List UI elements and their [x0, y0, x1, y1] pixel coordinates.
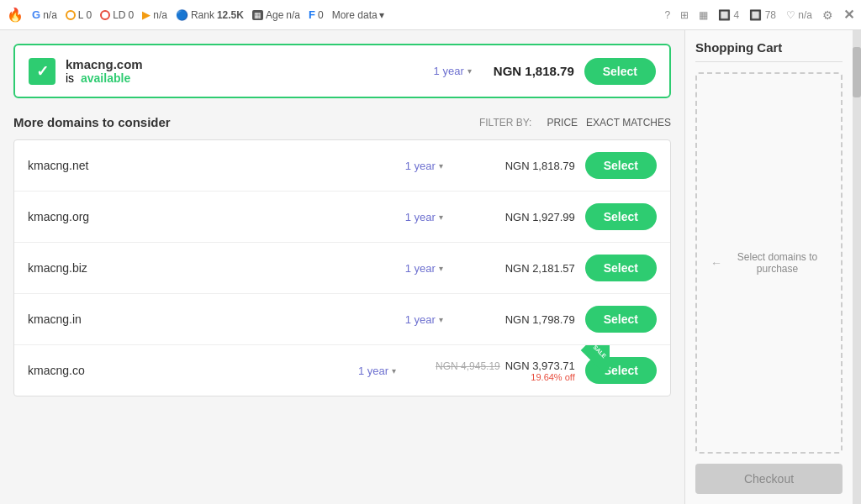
domain-select-button[interactable]: Select	[585, 152, 657, 179]
domain-name: kmacng.net	[28, 159, 395, 172]
age-value: n/a	[286, 9, 300, 21]
domain-name: kmacng.in	[28, 312, 395, 326]
count-4: 🔲 4	[718, 9, 739, 21]
domain-price: NGN 1,818.79	[483, 160, 575, 172]
top-bar-right: ? ⊞ ▦ 🔲 4 🔲 78 ♡ n/a ⚙ ✕	[665, 7, 854, 23]
close-icon[interactable]: ✕	[843, 7, 854, 23]
domain-select-button[interactable]: Select	[585, 255, 657, 281]
available-price: NGN 1,818.79	[482, 64, 574, 78]
year-label: 1 year	[358, 365, 388, 377]
rank-icon: 🔵	[176, 9, 188, 21]
domain-select-button[interactable]: Select	[585, 306, 657, 333]
in-metric: ▶ n/a	[142, 8, 167, 21]
year-chevron: ▾	[439, 161, 443, 171]
year-chevron: ▾	[392, 366, 396, 375]
scrollbar-thumb[interactable]	[853, 47, 861, 97]
available-domain-info: kmacng.com is available	[66, 57, 424, 85]
table-row: kmacng.org 1 year ▾ NGN 1,927.99 Select	[14, 192, 670, 243]
g-metric: G n/a	[32, 8, 57, 21]
domain-year-select[interactable]: 1 year ▾	[405, 211, 473, 223]
year-label: 1 year	[405, 211, 436, 223]
l-metric: L 0	[66, 9, 92, 21]
rank-value: 12.5K	[217, 9, 244, 21]
count-78: 🔲 78	[749, 9, 776, 21]
available-domain-text: kmacng.com	[66, 57, 143, 71]
available-domain-name: kmacng.com	[66, 57, 424, 71]
available-year-chevron: ▾	[467, 66, 472, 76]
more-domains-title: More domains to consider	[13, 115, 479, 129]
checkout-button[interactable]: Checkout	[695, 464, 843, 494]
domain-price-container: NGN 4,945.19 NGN 3,973.71 19.64% off	[436, 359, 575, 382]
filter-by-label: FILTER BY:	[479, 117, 531, 129]
domain-year-select[interactable]: 1 year ▾	[405, 262, 473, 275]
more-data-button[interactable]: More data ▾	[332, 9, 384, 21]
grid-icon[interactable]: ⊞	[680, 9, 689, 21]
heart-na: ♡ n/a	[786, 9, 812, 21]
right-panel: Shopping Cart ← Select domains to purcha…	[684, 30, 853, 504]
more-data-chevron: ▾	[379, 9, 384, 21]
top-bar: 🔥 G n/a L 0 LD 0 ▶ n/a 🔵 Rank 12.5K ▦ Ag…	[0, 0, 861, 30]
domain-year-select[interactable]: 1 year ▾	[405, 160, 473, 172]
age-label: Age	[266, 9, 283, 21]
fb-value: 0	[318, 9, 324, 21]
ld-metric: LD 0	[100, 9, 134, 21]
domain-list: kmacng.net 1 year ▾ NGN 1,818.79 Select …	[13, 139, 671, 396]
main-content: ✓ kmacng.com is available 1 year ▾ NGN 1…	[0, 30, 861, 504]
filter-exact-option[interactable]: EXACT MATCHES	[586, 117, 671, 129]
table-row: kmacng.biz 1 year ▾ NGN 2,181.57 Select	[14, 243, 670, 294]
flame-icon: 🔥	[7, 7, 24, 23]
l-value: 0	[87, 9, 92, 21]
domain-price: NGN 1,798.79	[483, 313, 575, 326]
year-label: 1 year	[405, 262, 436, 275]
available-status-prefix: is	[66, 71, 74, 85]
more-domains-header: More domains to consider FILTER BY: PRIC…	[13, 115, 671, 129]
domain-year-select[interactable]: 1 year ▾	[405, 313, 473, 326]
left-panel: ✓ kmacng.com is available 1 year ▾ NGN 1…	[0, 30, 684, 504]
l-icon	[66, 10, 76, 20]
question-icon[interactable]: ?	[665, 9, 671, 21]
rank-metric: 🔵 Rank 12.5K	[176, 9, 244, 21]
available-checkmark: ✓	[29, 58, 55, 85]
domain-select-button[interactable]: Select	[585, 203, 657, 230]
domain-year-select[interactable]: 1 year ▾	[358, 365, 425, 377]
domain-discount-label: 19.64% off	[436, 372, 575, 382]
settings-icon[interactable]: ⚙	[822, 8, 833, 22]
chart-icon[interactable]: ▦	[699, 9, 708, 21]
in-value: n/a	[153, 9, 167, 21]
age-icon: ▦	[252, 10, 263, 20]
l-label: L	[78, 9, 84, 21]
table-row: kmacng.in 1 year ▾ NGN 1,798.79 Select	[14, 294, 670, 345]
available-select-button[interactable]: Select	[584, 58, 656, 85]
available-domain-status: is available	[66, 71, 424, 85]
g-value: n/a	[43, 9, 57, 21]
year-chevron: ▾	[439, 264, 443, 273]
scrollbar[interactable]	[853, 30, 861, 504]
cart-empty-area: ← Select domains to purchase	[695, 72, 843, 454]
more-data-label: More data	[332, 9, 378, 21]
year-label: 1 year	[405, 160, 436, 172]
sale-badge-container: SALE	[576, 345, 610, 379]
shopping-cart-title: Shopping Cart	[695, 40, 843, 62]
domain-name: kmacng.biz	[28, 261, 395, 275]
filter-price-option[interactable]: PRICE	[547, 117, 578, 129]
available-domain-card: ✓ kmacng.com is available 1 year ▾ NGN 1…	[13, 44, 671, 98]
age-metric: ▦ Age n/a	[252, 9, 300, 21]
year-chevron: ▾	[439, 213, 443, 222]
play-icon: ▶	[142, 8, 151, 21]
domain-original-price: NGN 4,945.19	[436, 360, 500, 372]
year-label: 1 year	[405, 313, 436, 326]
fb-icon: F	[309, 8, 315, 21]
table-row: kmacng.net 1 year ▾ NGN 1,818.79 Select	[14, 140, 670, 192]
g-icon: G	[32, 8, 40, 21]
year-chevron: ▾	[439, 315, 443, 324]
domain-price: NGN 1,927.99	[483, 211, 575, 223]
cart-arrow-icon: ←	[710, 256, 722, 270]
available-year-label: 1 year	[434, 65, 464, 77]
domain-name: kmacng.org	[28, 210, 395, 223]
ld-label: LD	[113, 9, 125, 21]
available-year-select[interactable]: 1 year ▾	[434, 65, 472, 77]
fb-metric: F 0	[309, 8, 324, 21]
available-status-text: available	[81, 71, 130, 85]
ld-icon	[100, 10, 110, 20]
domain-sale-price: NGN 3,973.71	[505, 360, 575, 372]
